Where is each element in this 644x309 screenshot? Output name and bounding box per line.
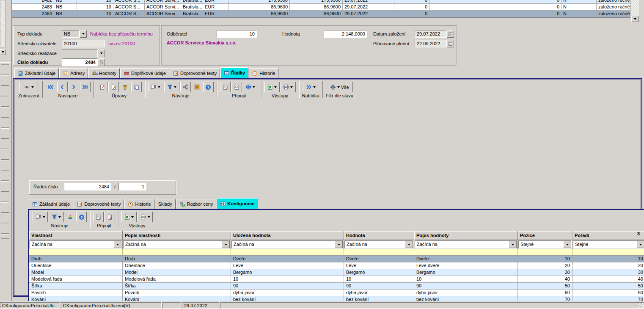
tab-hodnoty[interactable]: 123 Hodnoty (88, 68, 120, 78)
column-header-pozice[interactable]: Pozice (518, 231, 572, 240)
top-table-scrollbar[interactable] (631, 0, 639, 22)
line-number-separator: / (114, 184, 116, 189)
config-pyramid-button[interactable] (65, 212, 75, 222)
attach-list-button[interactable] (231, 82, 242, 92)
subtab-historie[interactable]: Historie (124, 199, 154, 209)
settings-button[interactable] (192, 82, 202, 92)
nav-first-button[interactable] (46, 82, 56, 92)
delete-record-button[interactable] (120, 82, 130, 92)
real-center-dropdown-button[interactable] (98, 50, 105, 57)
tab-doprovodne-texty[interactable]: Doprovodné texty (170, 68, 220, 78)
line-number-field[interactable]: 2484 (64, 183, 111, 190)
relations-button[interactable] (180, 82, 191, 92)
sliders-icon (194, 84, 200, 90)
user-center-field[interactable]: 20100 (62, 40, 105, 47)
doc-type-dropdown-button[interactable] (80, 30, 87, 38)
amount-field[interactable]: 2 148,0000 (324, 30, 367, 38)
table-row[interactable]: Modelová řada Modelová řada 10 10 10 40 … (29, 276, 644, 283)
planned-calendar-button[interactable] (447, 40, 454, 47)
config-print-button[interactable] (138, 212, 153, 222)
column-header-popis-vlastnosti[interactable]: Popis vlastnosti (123, 231, 231, 240)
filter-combo-popis-hodnoty[interactable]: Začíná na (415, 240, 517, 248)
real-center-field[interactable] (62, 50, 98, 57)
status-filter-button[interactable]: Vše (326, 82, 353, 92)
column-header-hodnota[interactable]: Hodnota (344, 231, 414, 240)
quickfilter-input[interactable] (29, 249, 123, 256)
nav-first-icon (48, 84, 54, 90)
menu-button[interactable] (303, 82, 318, 92)
filter-combo-popis-vlastnosti[interactable]: Začíná na (123, 240, 230, 248)
scroll-down-button[interactable] (631, 16, 639, 22)
nav-last-button[interactable] (80, 82, 91, 92)
config-filter-button[interactable] (49, 212, 64, 222)
dock-dropdown-button[interactable] (0, 49, 6, 55)
filter-button[interactable] (164, 82, 179, 92)
subtab-konfigurace[interactable]: Konfigurace (217, 198, 258, 209)
subtab-rozbor-ceny[interactable]: $ Rozbor ceny (176, 199, 217, 209)
quickfilter-input[interactable] (344, 249, 414, 256)
edit-record-button[interactable] (108, 82, 119, 92)
created-calendar-button[interactable] (447, 30, 454, 38)
dock-segments[interactable] (1, 64, 9, 239)
quickfilter-input[interactable] (518, 249, 572, 256)
config-help-button[interactable]: ? (76, 212, 87, 222)
view-button[interactable] (19, 82, 38, 92)
doc-type-note: Nabídka bez přepočtu termínu (90, 31, 153, 36)
tab-historie[interactable]: Historie (249, 68, 278, 78)
quickfilter-input[interactable] (231, 249, 344, 256)
line-count-field[interactable]: 1 (118, 183, 146, 190)
table-row[interactable]: Povrch Povrch dýha javor dýha javor dýha… (29, 290, 644, 296)
filter-combo-pozice[interactable]: Stejné (518, 240, 572, 248)
config-attach-flag-button[interactable] (105, 212, 115, 222)
view-settings-button[interactable] (148, 82, 163, 92)
created-field[interactable]: 29.07.2022 (415, 30, 447, 38)
column-header-poradi[interactable]: Pořadí 3 (572, 231, 644, 240)
excel-export-button[interactable] (264, 82, 280, 92)
filter-combo-hodnota[interactable]: Začíná na (344, 240, 413, 248)
table-row[interactable]: Model Model Bergamo Bergamo Bergamo 30 3… (29, 269, 644, 276)
customer-field[interactable]: 10 (217, 30, 257, 38)
table-row[interactable]: 2483 NB 10 ACCOR S... ACCOR Servi... Bra… (12, 4, 630, 11)
table-row[interactable]: 2484 NB 10 ACCOR S... ACCOR Servi... Bra… (12, 11, 630, 17)
filter-combo-vlastnost[interactable]: Začíná na (30, 240, 122, 248)
table-row[interactable]: Šířka Šířka 90 90 90 50 50 (29, 283, 644, 290)
edit-doc-icon (111, 84, 116, 90)
column-header-vlastnost[interactable]: Vlastnost (29, 231, 123, 240)
table-row[interactable]: 2482 NB 10 ACCOR S... ACCOR Servi... Bra… (12, 0, 630, 4)
quickfilter-input[interactable] (414, 249, 518, 256)
note-edit-icon (223, 84, 228, 90)
table-row[interactable]: Druh Druh Dveře Dveře Dveře 10 10 (29, 256, 644, 262)
nav-next-button[interactable] (69, 82, 79, 92)
new-record-button[interactable] (97, 82, 107, 92)
quickfilter-input[interactable] (123, 249, 231, 256)
lock-button[interactable] (98, 58, 105, 66)
config-view-settings-button[interactable] (33, 212, 48, 222)
attach-web-button[interactable] (243, 82, 258, 92)
tab-radky[interactable]: Řádky (220, 67, 248, 78)
chevron-down-icon (100, 52, 103, 54)
copy-record-button[interactable] (131, 82, 142, 92)
subtab-zakladni-udaje[interactable]: Základní údaje (29, 199, 73, 209)
tab-adresy[interactable]: Adresy (59, 68, 88, 78)
config-excel-button[interactable] (121, 212, 137, 222)
subtab-doprovodne-texty[interactable]: Doprovodné texty (74, 199, 124, 209)
filter-combo-ulozena-hodnota[interactable]: Začíná na (231, 240, 343, 248)
print-button[interactable] (281, 82, 296, 92)
help-button[interactable]: ? (203, 82, 214, 92)
column-header-popis-hodnoty[interactable]: Popis hodnoty (414, 231, 518, 240)
tab-zakladni-udaje[interactable]: Základní údaje (14, 68, 59, 78)
planned-field[interactable]: 22.09.2022 (415, 40, 447, 47)
doc-number-field[interactable]: 2484 (62, 58, 98, 66)
nav-prev-button[interactable] (57, 82, 68, 92)
attach-note-button[interactable] (220, 82, 231, 92)
subtab-sklady[interactable]: Sklady (155, 199, 176, 209)
table-row[interactable]: Orientace Orientace Levé Levé Levé dveře… (29, 262, 644, 269)
column-header-ulozena-hodnota[interactable]: Uložená hodnota (231, 231, 344, 240)
config-attach-note-button[interactable] (93, 212, 104, 222)
chevron-down-icon (148, 216, 150, 218)
tab-doplnkove-udaje[interactable]: Doplňkové údaje (120, 68, 169, 78)
doc-type-combo[interactable]: NB (62, 30, 80, 38)
resize-grip[interactable] (638, 303, 644, 309)
quickfilter-input[interactable] (572, 249, 644, 256)
filter-combo-poradi[interactable]: Stejné (573, 240, 644, 248)
